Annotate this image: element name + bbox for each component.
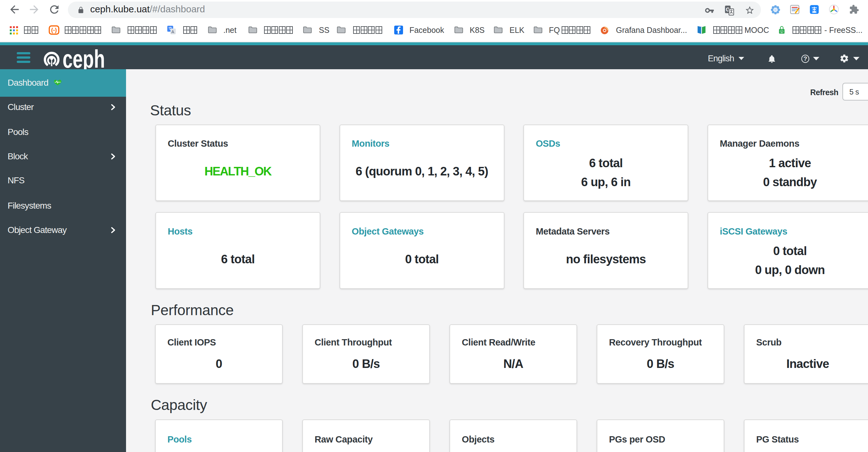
svg-text:(-): (-) [51, 27, 57, 33]
